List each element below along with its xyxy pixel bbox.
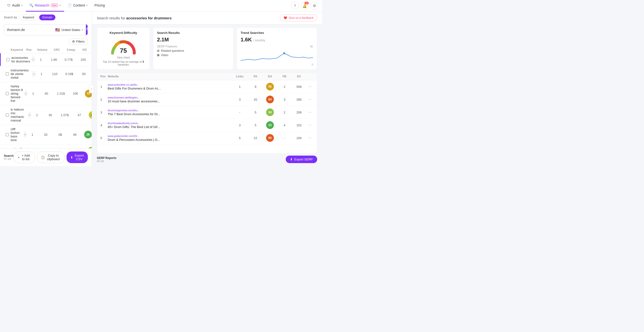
table-row[interactable]: tc helicon mic mechanic manual + 1 30 1.… [0,105,92,125]
serp-fb: - [277,136,292,140]
copy-to-clipboard-button[interactable]: 📋 Copy to clipboard [37,152,64,163]
keyword-table: Keyword Pos Volume CPC Comp. KD accessor… [0,47,92,148]
nav-content[interactable]: 📄 Content ▾ [64,0,91,12]
col-website: Website [108,75,231,78]
search-by-domain[interactable]: Domain [39,14,56,20]
row-checkbox[interactable] [4,58,11,61]
filters-button[interactable]: ⚙ Filters [69,38,88,45]
serp-ev: 100 [292,136,306,140]
col-links: Links [231,75,248,78]
serp-bottom-bar: SERP Reports 98 left ⬇ Export SERP [97,154,317,163]
add-keyword-btn[interactable]: + [28,112,31,118]
help-button[interactable]: ? [291,2,299,10]
add-keyword-btn[interactable]: + [24,132,26,137]
kd-gauge: 75 [110,38,137,54]
nav-pricing[interactable]: Pricing [91,0,108,12]
da-badge: 84 [266,96,274,103]
kw-pos: 1 [31,113,43,117]
add-keyword-btn[interactable]: + [32,57,34,62]
table-row[interactable]: cliff burton bass tone + 1 20 0$ 49 26 [0,125,92,144]
serp-more-btn[interactable]: ··· [306,110,314,114]
search-results-title: Search results for accessories for drumm… [97,16,172,20]
table-row[interactable]: accessories for drummers + 1 1.6K 0.77$ … [0,53,92,66]
serp-fb: 2 [277,110,292,114]
settings-button[interactable]: ⚙ [310,2,318,10]
serp-ev: 395 [292,98,306,102]
serp-more-btn[interactable]: ··· [306,84,314,89]
serp-site-info: www.pmtonline.co.uk/blo... Best Gifts Fo… [108,83,231,90]
serp-more-btn[interactable]: ··· [306,97,314,102]
col-fb: FB [277,75,292,78]
da-badge: 55 [266,83,274,90]
kw-comp: 49 [68,133,82,136]
top-navigation: 🛡 Audit ▾ 🔍 Research New ▾ 📄 Content ▾ P… [0,0,322,12]
row-checkbox[interactable] [4,92,11,95]
filters-label: Filters [76,40,85,43]
export-serp-button[interactable]: ⬇ Export SERP [286,156,317,163]
right-panel: Search results for accessories for drumm… [92,12,322,166]
search-button[interactable]: 🔍 [86,24,88,35]
research-new-badge: New [51,4,58,7]
keyword-name: accessories for drummers [11,56,30,63]
country-selector[interactable]: 🇺🇸 United States ▾ [52,28,86,32]
row-checkbox[interactable] [4,72,11,76]
add-keyword-btn[interactable]: + [25,91,27,96]
nav-research[interactable]: 🔍 Research New ▾ [26,0,64,12]
col-cpc: CPC [50,48,64,52]
serp-more-btn[interactable]: ··· [306,123,314,127]
serp-site-info: www.thomann.de/blog/en... 10 must have d… [108,96,231,103]
serp-ev: 299 [292,110,306,114]
kd-label: Very Hard [117,56,130,59]
serp-table-row[interactable]: 2 www.thomann.de/blog/en... 10 must have… [97,93,317,106]
related-questions-dot [157,50,160,52]
heart-icon: ❤️ [284,16,287,20]
serp-links: - [231,110,248,114]
kw-cpc: 0$ [53,133,68,136]
table-row[interactable]: instrumentos de viento metal + 1 110 0.1… [0,66,92,82]
serp-features: SERP Features Related questions Video [157,45,230,57]
search-input[interactable] [4,26,52,34]
add-keyword-btn[interactable]: + [32,72,35,77]
serp-table-row[interactable]: 5 www.guitarcenter.com/Dr... Drum & Perc… [97,132,317,144]
serp-table-row[interactable]: 3 drummingreview.com/dru... The 7 Best D… [97,106,317,119]
serp-table-row[interactable]: 1 www.pmtonline.co.uk/blo... Best Gifts … [97,80,317,93]
trend-value: 1.6K [241,36,252,43]
add-to-list-button[interactable]: + + Add to list [14,152,35,163]
export-csv-button[interactable]: ⬇ Export CSV [66,152,88,163]
nav-pricing-label: Pricing [94,4,105,7]
export-csv-label: Export CSV [74,154,84,161]
serp-site-info: drummingreview.com/dru... The 7 Best Dru… [108,109,231,116]
serp-fb: 3 [277,98,292,102]
kw-volume: 40 [39,92,54,95]
row-checkbox[interactable] [4,114,11,117]
serp-more-btn[interactable]: ··· [306,136,314,140]
panel-toggle[interactable]: › [89,84,94,93]
col-keyword: Keyword [11,48,23,52]
row-checkbox[interactable] [4,133,11,136]
serp-table-header: Pos Website Links PA DA FB EV [97,73,317,80]
search-icon: 🔍 [86,27,88,32]
da-badge: 23 [266,121,274,129]
trend-title: Trend Searches [241,31,313,34]
feedback-label: Give us a feedback [288,16,314,20]
search-by-keyword[interactable]: Keyword [20,14,37,20]
kw-volume: 20 [38,133,53,136]
search-input-wrap: 🇺🇸 United States ▾ 🔍 [4,24,88,35]
kw-cpc: 1.07$ [58,113,72,117]
col-kd: KD [79,48,91,52]
serp-page-title: The 7 Best Drum Accessories for Dr... [108,112,231,116]
serp-pos: 5 [100,136,108,140]
serp-pos: 2 [100,98,108,102]
feedback-button[interactable]: ❤️ Give us a feedback [280,14,317,21]
serp-fb: 2 [277,85,292,88]
kd-card: Keyword Difficulty 7 [97,27,150,70]
search-results-value: 2.1M [157,36,230,43]
notifications-button[interactable]: 🔔 15 [301,2,308,10]
serp-pos: 1 [100,85,108,88]
nav-audit[interactable]: 🛡 Audit ▾ [4,0,26,12]
serp-url: www.thomann.de/blog/en... [108,96,231,99]
serp-table-row[interactable]: 4 drumheadauthority.com/a... 45+ Drum Gi… [97,119,317,132]
table-row[interactable]: harley benton 8 string fanned fret + 1 4… [0,82,92,105]
table-row[interactable]: rode nt1a thomann + 1 10 0$ 100 32 [0,144,92,148]
da-badge: 80 [266,134,274,142]
